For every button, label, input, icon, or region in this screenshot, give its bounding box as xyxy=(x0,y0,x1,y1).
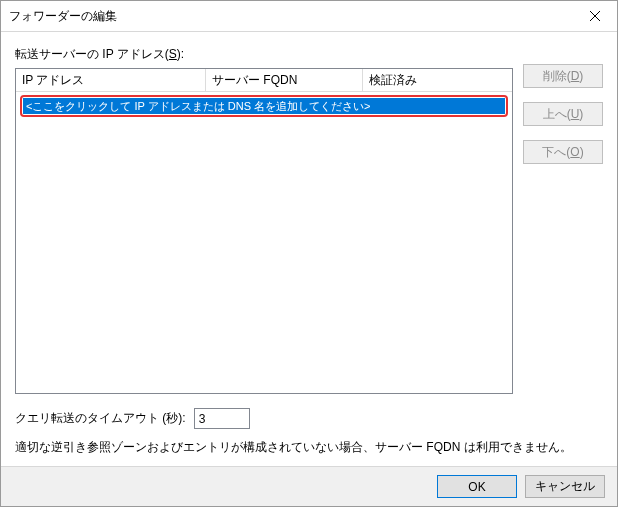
reverse-lookup-note: 適切な逆引き参照ゾーンおよびエントリが構成されていない場合、サーバー FQDN … xyxy=(15,439,603,456)
ok-button[interactable]: OK xyxy=(437,475,517,498)
titlebar: フォワーダーの編集 xyxy=(1,1,617,32)
column-verified[interactable]: 検証済み xyxy=(363,69,512,91)
close-icon xyxy=(590,11,600,21)
timeout-label: クエリ転送のタイムアウト (秒): xyxy=(15,410,186,427)
forwarding-servers-label: 転送サーバーの IP アドレス(S): xyxy=(15,46,513,63)
dialog-window: フォワーダーの編集 転送サーバーの IP アドレス(S): IP アドレス サー… xyxy=(0,0,618,507)
table-header: IP アドレス サーバー FQDN 検証済み xyxy=(16,69,512,92)
delete-button[interactable]: 削除(D) xyxy=(523,64,603,88)
window-title: フォワーダーの編集 xyxy=(9,8,117,25)
dialog-content: 転送サーバーの IP アドレス(S): IP アドレス サーバー FQDN 検証… xyxy=(1,32,617,466)
table-body[interactable]: <ここをクリックして IP アドレスまたは DNS 名を追加してください> xyxy=(16,92,512,393)
timeout-input[interactable] xyxy=(194,408,250,429)
close-button[interactable] xyxy=(572,1,617,31)
cancel-button[interactable]: キャンセル xyxy=(525,475,605,498)
move-up-button[interactable]: 上へ(U) xyxy=(523,102,603,126)
add-entry-highlight: <ここをクリックして IP アドレスまたは DNS 名を追加してください> xyxy=(20,95,508,117)
column-server-fqdn[interactable]: サーバー FQDN xyxy=(206,69,363,91)
dialog-footer: OK キャンセル xyxy=(1,466,617,506)
column-ip-address[interactable]: IP アドレス xyxy=(16,69,206,91)
timeout-row: クエリ転送のタイムアウト (秒): xyxy=(15,408,603,429)
servers-table: IP アドレス サーバー FQDN 検証済み <ここをクリックして IP アドレ… xyxy=(15,68,513,394)
add-entry-placeholder[interactable]: <ここをクリックして IP アドレスまたは DNS 名を追加してください> xyxy=(23,98,505,114)
move-down-button[interactable]: 下へ(O) xyxy=(523,140,603,164)
